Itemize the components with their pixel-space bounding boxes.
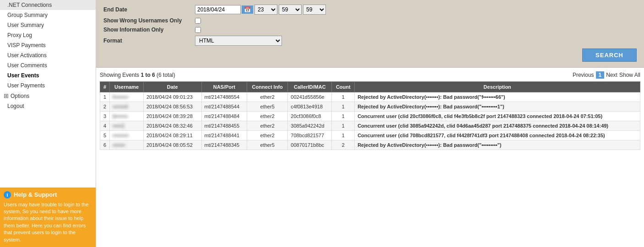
sidebar-item-group-summary[interactable]: Group Summary — [0, 10, 96, 20]
end-sec-select[interactable]: 59 — [303, 5, 326, 15]
sidebar-menu: .NET Connections Group Summary User Summ… — [0, 0, 96, 91]
format-label: Format — [103, 38, 195, 44]
show-wrong-row: Show Wrong Usernames Only — [103, 17, 637, 24]
table-row: 4•••••22018/04/24 08:32:46mt/2147488455e… — [100, 121, 640, 131]
end-min-select[interactable]: 59 — [279, 5, 302, 15]
events-table: # Username Date NAS/Port Connect Info Ca… — [100, 81, 640, 150]
sidebar-item-visp-payments[interactable]: VISP Payments — [0, 40, 96, 50]
sidebar-logout-menu: Logout — [0, 101, 96, 111]
table-row: 2•••••••42018/04/24 08:56:53mt/214748854… — [100, 102, 640, 112]
col-num: # — [100, 82, 110, 92]
end-date-row: End Date 📅 23 59 59 — [103, 5, 637, 15]
sidebar-item-user-payments[interactable]: User Payments — [0, 81, 96, 91]
col-count: Count — [332, 82, 355, 92]
pagination-previous[interactable]: Previous — [573, 72, 594, 78]
showing-total: (6 total) — [157, 72, 175, 78]
show-info-checkbox[interactable] — [195, 27, 201, 33]
results-area: Showing Events 1 to 6 (6 total) Previous… — [96, 68, 644, 247]
plus-icon: ⊞ — [4, 92, 9, 99]
sidebar-item-user-summary[interactable]: User Summary — [0, 20, 96, 30]
end-date-label: End Date — [103, 6, 195, 13]
showing-prefix: Showing Events — [100, 72, 141, 78]
format-row: Format HTML — [103, 36, 637, 46]
info-icon: i — [4, 191, 11, 199]
show-wrong-label: Show Wrong Usernames Only — [103, 17, 195, 24]
results-header: Showing Events 1 to 6 (6 total) Previous… — [100, 71, 640, 79]
sidebar-item-user-events[interactable]: User Events — [0, 70, 96, 81]
end-hour-select[interactable]: 23 — [254, 5, 277, 15]
calendar-button[interactable]: 📅 — [242, 5, 253, 14]
sidebar-item-logout[interactable]: Logout — [0, 101, 96, 111]
show-wrong-checkbox[interactable] — [195, 18, 201, 24]
sidebar-options[interactable]: ⊞ Options — [0, 91, 96, 101]
main-content: End Date 📅 23 59 59 Show Wrong Usernames… — [96, 0, 644, 247]
table-row: 3b•••••••2018/04/24 08:39:28mt/214748848… — [100, 112, 640, 121]
sidebar-item-proxy-log[interactable]: Proxy Log — [0, 30, 96, 40]
sidebar-item-user-activations[interactable]: User Activations — [0, 50, 96, 60]
pagination-show-all[interactable]: Show All — [619, 72, 640, 78]
sidebar-item-net-connections[interactable]: .NET Connections — [0, 0, 96, 10]
col-username: Username — [110, 82, 144, 92]
col-description: Description — [355, 82, 640, 92]
help-support-label: Help & Support — [14, 191, 57, 198]
pagination-next[interactable]: Next — [606, 72, 617, 78]
options-label: Options — [11, 93, 29, 99]
format-select[interactable]: HTML — [195, 36, 282, 46]
help-support-box: i Help & Support Users may have trouble … — [0, 188, 96, 247]
search-btn-row: SEARCH — [103, 48, 637, 62]
table-body: 1f••••••••2018/04/24 09:01:23mt/21474885… — [100, 92, 640, 150]
end-date-input[interactable] — [195, 5, 241, 14]
search-button[interactable]: SEARCH — [582, 48, 637, 62]
showing-range: 1 to 6 — [141, 72, 155, 78]
filter-form: End Date 📅 23 59 59 Show Wrong Usernames… — [96, 0, 644, 68]
col-date: Date — [143, 82, 201, 92]
col-caller-mac: CallerID/MAC — [288, 82, 332, 92]
pagination: Previous 1 Next Show All — [573, 71, 640, 79]
table-row: 6•••••••2018/04/24 08:05:52mt/2147488345… — [100, 140, 640, 150]
show-info-row: Show Information Only — [103, 27, 637, 33]
col-nas-port: NAS/Port — [201, 82, 247, 92]
help-support-title: i Help & Support — [4, 191, 92, 199]
table-row: 5•••••••••2018/04/24 08:29:11mt/21474884… — [100, 131, 640, 140]
col-connect-info: Connect Info — [247, 82, 288, 92]
sidebar: .NET Connections Group Summary User Summ… — [0, 0, 96, 247]
help-support-text: Users may have trouble to login to the s… — [4, 201, 92, 243]
show-info-label: Show Information Only — [103, 27, 195, 33]
pagination-page: 1 — [596, 71, 605, 79]
sidebar-item-user-comments[interactable]: User Comments — [0, 60, 96, 70]
showing-events: Showing Events 1 to 6 (6 total) — [100, 72, 175, 78]
table-row: 1f••••••••2018/04/24 09:01:23mt/21474885… — [100, 92, 640, 102]
table-header: # Username Date NAS/Port Connect Info Ca… — [100, 82, 640, 92]
